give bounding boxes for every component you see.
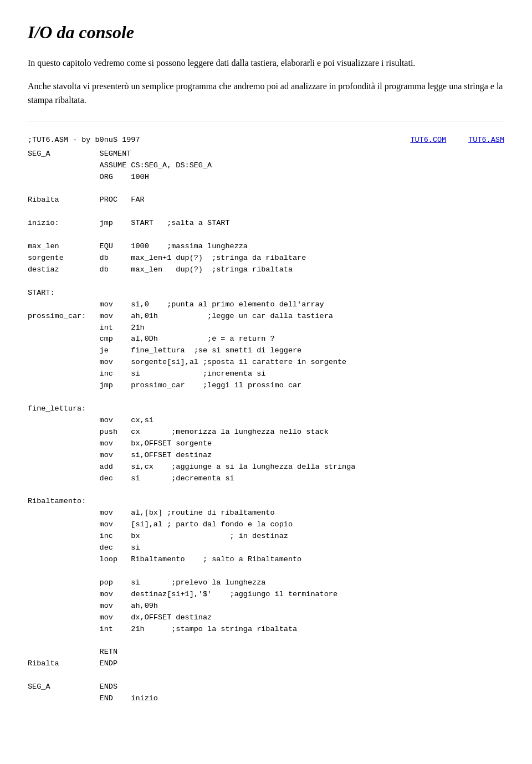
code-header: ;TUT6.ASM - by b0nuS 1997 TUT6.COM TUT6.… xyxy=(28,135,504,146)
code-body: SEG_A SEGMENT ASSUME CS:SEG_A, DS:SEG_A … xyxy=(28,148,504,705)
tut6-asm-link[interactable]: TUT6.ASM xyxy=(468,135,504,146)
code-section: ;TUT6.ASM - by b0nuS 1997 TUT6.COM TUT6.… xyxy=(28,135,504,705)
intro-paragraph-2: Anche stavolta vi presenterò un semplice… xyxy=(28,79,504,107)
page-title: I/O da console xyxy=(28,22,504,43)
intro-paragraph-1: In questo capitolo vedremo come si posso… xyxy=(28,56,504,70)
code-header-comment: ;TUT6.ASM - by b0nuS 1997 xyxy=(28,135,140,146)
section-divider xyxy=(28,121,504,121)
code-links: TUT6.COM TUT6.ASM xyxy=(410,135,504,146)
tut6-com-link[interactable]: TUT6.COM xyxy=(410,135,446,146)
